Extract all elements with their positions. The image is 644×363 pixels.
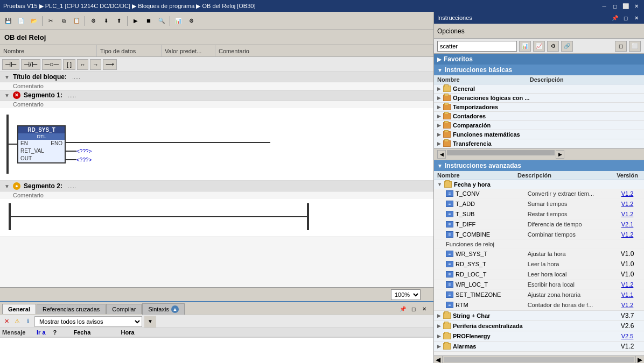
right-restore-button[interactable]: ◻ xyxy=(621,13,630,22)
settings-button[interactable]: ⚙ xyxy=(185,15,197,27)
ver-link-t-combine[interactable]: V1.2 xyxy=(621,231,634,238)
adv-group-fecha-header[interactable]: ▼ Fecha y hora xyxy=(434,180,644,189)
contact-no-button[interactable]: ⊣/⊢ xyxy=(21,59,40,70)
right-pin-button[interactable]: 📌 xyxy=(611,13,619,22)
ver-link-rtm[interactable]: V1.2 xyxy=(621,302,634,308)
new-button[interactable]: 📄 xyxy=(15,15,27,27)
filter-dropdown-btn[interactable]: ▼ xyxy=(144,316,156,328)
tab-syntax[interactable]: Sintaxis ▲ xyxy=(142,303,185,315)
search-input[interactable] xyxy=(437,41,517,52)
restore-button[interactable]: ◻ xyxy=(611,2,619,10)
search-window1-button[interactable]: ◻ xyxy=(615,41,627,52)
basicas-toggle[interactable]: ▼ Instrucciones básicas xyxy=(434,65,644,75)
paste-button[interactable]: 📋 xyxy=(71,15,82,27)
search-option1-button[interactable]: ⚙ xyxy=(547,41,559,52)
hscroll-left-btn[interactable]: ◀ xyxy=(434,356,443,364)
favoritos-arrow: ▶ xyxy=(437,56,442,62)
item-t-conv[interactable]: ≡ T_CONV Convertir y extraer tiem... V1.… xyxy=(434,189,644,199)
right-close-button[interactable]: ✕ xyxy=(632,13,641,22)
adv-group-string-header[interactable]: ▶ String + Char V3.7 xyxy=(434,311,644,321)
basic-group-trans-header[interactable]: ▶ Transferencia xyxy=(434,139,644,148)
basic-group-cont-header[interactable]: ▶ Contadores xyxy=(434,112,644,120)
msg-col-help: ? xyxy=(53,329,69,336)
nav-left[interactable]: ◀ xyxy=(437,150,446,159)
adv-group-alarmas-header[interactable]: ▶ Alarmas V1.2 xyxy=(434,341,644,351)
ver-label-rd-sys-t: V1.0 xyxy=(621,260,634,268)
hscroll-thumb[interactable] xyxy=(447,150,555,155)
segment-2-lad[interactable] xyxy=(0,199,433,237)
maximize-button[interactable]: ⬜ xyxy=(621,2,630,10)
download-button[interactable]: ⬇ xyxy=(100,15,112,27)
editor-area[interactable]: ▼ Título del bloque: ..... Comentario ▼ … xyxy=(0,72,433,287)
run-button[interactable]: ▶ xyxy=(130,15,142,27)
contact-nc-button[interactable]: ⊣⊢ xyxy=(2,59,19,70)
search-chart-button[interactable]: 📊 xyxy=(519,41,531,52)
minimize-button[interactable]: ─ xyxy=(600,2,608,10)
add-button[interactable]: → xyxy=(90,59,101,70)
bottom-pin-button[interactable]: 📌 xyxy=(398,304,408,314)
item-rd-sys-t[interactable]: ≡ RD_SYS_T Leer la hora V1.0 xyxy=(434,259,644,269)
basic-group-temp-header[interactable]: ▶ Temporizadores xyxy=(434,103,644,111)
zoom-select[interactable]: 100% xyxy=(391,289,421,300)
avanzadas-toggle[interactable]: ▼ Instrucciones avanzadas xyxy=(434,160,644,171)
basic-group-logicas-header[interactable]: ▶ Operaciones lógicas con ... xyxy=(434,94,644,102)
save-button[interactable]: 💾 xyxy=(2,15,14,27)
bottom-restore-button[interactable]: ◻ xyxy=(409,304,418,314)
ver-link-t-sub[interactable]: V1.2 xyxy=(621,211,634,217)
info-filter-button[interactable]: ℹ xyxy=(24,317,32,326)
fb-button[interactable]: [ ] xyxy=(63,59,75,70)
item-rd-loc-t[interactable]: ≡ RD_LOC_T Leer hora local V1.0 xyxy=(434,269,644,280)
tab-refs[interactable]: Referencias cruzadas xyxy=(37,304,106,314)
ver-link-t-conv[interactable]: V1.2 xyxy=(621,190,634,197)
connect-button[interactable]: ⟶ xyxy=(103,59,117,70)
close-button[interactable]: ✕ xyxy=(632,2,641,10)
download2-button[interactable]: ⬆ xyxy=(113,15,125,27)
item-t-combine[interactable]: ≡ T_COMBINE Combinar tiempos V1.2 xyxy=(434,230,644,240)
cut-button[interactable]: ✂ xyxy=(45,15,57,27)
hscroll-row: ◀ ▶ xyxy=(434,148,644,160)
copy-button[interactable]: ⧉ xyxy=(58,15,69,27)
adv-group-periferia-header[interactable]: ▶ Periferia descentralizada V2.6 xyxy=(434,321,644,331)
ver-link-t-add[interactable]: V1.2 xyxy=(621,201,634,207)
hscroll-bar-thumb[interactable] xyxy=(444,357,634,362)
item-icon-t-add: ≡ xyxy=(446,201,453,207)
hscroll-right-btn[interactable]: ▶ xyxy=(635,356,644,364)
error-filter-button[interactable]: ✕ xyxy=(2,317,11,326)
bottom-close-button[interactable]: ✕ xyxy=(419,304,429,314)
item-wr-sys-t[interactable]: ≡ WR_SYS_T Ajustar la hora V1.0 xyxy=(434,249,644,259)
branch-button[interactable]: ↔ xyxy=(77,59,88,70)
basic-group-mat-header[interactable]: ▶ Funciones matemáticas xyxy=(434,130,644,139)
search-option2-button[interactable]: 🔗 xyxy=(561,41,573,52)
stop-button[interactable]: ⏹ xyxy=(143,15,155,27)
item-ver-rd-sys-t: V1.0 xyxy=(614,260,641,268)
compile-button[interactable]: ⚙ xyxy=(87,15,99,27)
item-set-timezone[interactable]: ≡ SET_TIMEZONE Ajustar zona horaria V1.1 xyxy=(434,290,644,300)
tab-general[interactable]: General xyxy=(2,304,36,314)
message-filter-select[interactable]: Mostrar todos los avisos xyxy=(34,316,142,327)
search-window2-button[interactable]: ⬜ xyxy=(629,41,641,52)
item-rtm[interactable]: ≡ RTM Contador de horas de f... V1.2 xyxy=(434,300,644,310)
item-t-diff[interactable]: ≡ T_DIFF Diferencia de tiempo V2.1 xyxy=(434,219,644,230)
msg-col-goto[interactable]: Ir a xyxy=(33,329,49,336)
coil-button[interactable]: ─○─ xyxy=(42,59,61,70)
item-t-add[interactable]: ≡ T_ADD Sumar tiempos V1.2 xyxy=(434,199,644,209)
item-t-sub[interactable]: ≡ T_SUB Restar tiempos V1.2 xyxy=(434,209,644,219)
nav-right[interactable]: ▶ xyxy=(556,150,564,159)
adv-group-profi-header[interactable]: ▶ PROFIenergy V2.5 xyxy=(434,331,644,341)
favoritos-toggle[interactable]: ▶ Favoritos xyxy=(434,54,644,65)
monitor-button[interactable]: 📊 xyxy=(172,15,184,27)
basic-group-general-header[interactable]: ▶ General xyxy=(434,84,644,93)
open-button[interactable]: 📂 xyxy=(28,15,40,27)
ver-link-t-diff[interactable]: V2.1 xyxy=(621,221,634,227)
item-wr-loc-t[interactable]: ≡ WR_LOC_T Escribir hora local V1.2 xyxy=(434,280,644,290)
search-chart2-button[interactable]: 📈 xyxy=(533,41,545,52)
warning-filter-button[interactable]: ⚠ xyxy=(13,317,22,326)
ver-link-set-timezone[interactable]: V1.1 xyxy=(621,291,634,298)
ver-link-profi[interactable]: V2.5 xyxy=(621,333,634,339)
basic-group-comp-header[interactable]: ▶ Comparación xyxy=(434,121,644,130)
function-block-rd-sys-t[interactable]: RD_SYS_T DTL EN ENO RET_VAL xyxy=(17,125,66,163)
segment-1-lad[interactable]: RD_SYS_T DTL EN ENO RET_VAL xyxy=(0,108,433,181)
tab-compile[interactable]: Compilar xyxy=(106,304,142,314)
debug-button[interactable]: 🔍 xyxy=(156,15,167,27)
ver-link-wr-loc-t[interactable]: V1.2 xyxy=(621,281,634,288)
